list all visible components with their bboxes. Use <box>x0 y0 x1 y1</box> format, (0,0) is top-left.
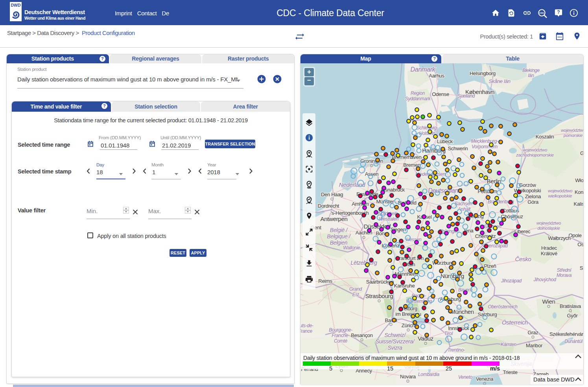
svg-text:Bourgogne-: Bourgogne- <box>329 327 352 333</box>
svg-text:?: ? <box>557 9 560 15</box>
svg-text:Gorzów: Gorzów <box>519 182 536 188</box>
svg-text:Comté: Comté <box>334 338 347 344</box>
svg-text:Schwerin: Schwerin <box>448 146 468 151</box>
svg-text:Grand: Grand <box>349 286 362 292</box>
svg-text:Králové: Králové <box>541 251 557 256</box>
svg-text:Székesfehérvár: Székesfehérvár <box>549 331 583 337</box>
svg-text:France: France <box>300 328 312 334</box>
svg-text:Schweiz/: Schweiz/ <box>384 332 406 338</box>
svg-text:Dunántúl: Dunántúl <box>564 339 582 344</box>
svg-text:Belgique /: Belgique / <box>327 233 351 240</box>
svg-text:pomorskie: pomorskie <box>563 133 582 138</box>
svg-text:Helsingborg: Helsingborg <box>470 70 496 76</box>
svg-text:Jihozápad: Jihozápad <box>501 278 522 284</box>
svg-text:Zielona: Zielona <box>525 194 542 199</box>
svg-text:wielkopolskie: wielkopolskie <box>548 194 572 198</box>
svg-text:Österreich: Österreich <box>502 319 528 326</box>
svg-text:Wien: Wien <box>542 298 555 305</box>
svg-text:Odense: Odense <box>432 91 449 97</box>
svg-text:Plzeň: Plzeň <box>484 263 496 269</box>
svg-text:Graz: Graz <box>528 330 538 335</box>
svg-text:Novara: Novara <box>400 374 416 380</box>
svg-text:Hessen: Hessen <box>406 237 422 242</box>
svg-text:Lombardia: Lombardia <box>418 372 440 377</box>
svg-text:Reims: Reims <box>318 278 332 284</box>
svg-text:Den Haag: Den Haag <box>321 192 343 197</box>
svg-text:dolnośląskie: dolnośląskie <box>538 226 560 230</box>
svg-text:S: S <box>580 265 583 271</box>
svg-text:Trieste: Trieste <box>503 369 517 375</box>
svg-text:Góra: Góra <box>527 199 539 205</box>
svg-text:Danmark: Danmark <box>411 66 436 73</box>
svg-text:Holstein: Holstein <box>419 131 436 136</box>
svg-text:Bratislava: Bratislava <box>560 303 581 309</box>
svg-text:Franche-: Franche- <box>332 333 350 338</box>
svg-text:Maribor: Maribor <box>526 343 543 348</box>
svg-text:München: München <box>450 308 474 315</box>
svg-text:G: G <box>580 150 583 156</box>
svg-text:województwo: województwo <box>523 147 547 152</box>
svg-text:województwo: województwo <box>561 128 583 133</box>
svg-text:Sjælland: Sjælland <box>457 93 475 99</box>
svg-text:Groningen: Groningen <box>360 158 383 164</box>
svg-text:auts-de-: auts-de- <box>300 323 313 328</box>
svg-text:Antwerpen: Antwerpen <box>320 216 347 222</box>
svg-text:Strasbourg: Strasbourg <box>365 293 393 299</box>
svg-text:Aarhus: Aarhus <box>429 73 444 79</box>
svg-text:Mecklenburg-: Mecklenburg- <box>471 138 498 144</box>
svg-text:Vorpommern: Vorpommern <box>472 144 498 149</box>
svg-text:Nederland: Nederland <box>339 181 365 188</box>
svg-text:Sachsen-: Sachsen- <box>455 201 474 206</box>
svg-text:Blekinge: Blekinge <box>522 68 540 73</box>
svg-text:België /: België / <box>330 227 348 233</box>
svg-text:Svizra: Svizra <box>387 345 402 351</box>
svg-text:Assen: Assen <box>365 171 379 177</box>
svg-text:Berlin: Berlin <box>487 178 501 184</box>
svg-text:CDC: CDC <box>539 12 544 14</box>
svg-text:Kärnten: Kärnten <box>501 342 517 347</box>
svg-text:Suisse/Svizzera/: Suisse/Svizzera/ <box>376 338 415 345</box>
svg-text:Hradec: Hradec <box>541 245 557 251</box>
svg-text:Region: Region <box>411 90 425 96</box>
svg-text:län: län <box>528 73 534 78</box>
svg-text:Wałbrzych: Wałbrzych <box>548 235 571 241</box>
svg-text:Ostr: Ostr <box>577 241 583 247</box>
svg-text:Włoc: Włoc <box>575 177 583 183</box>
svg-text:Arnhem: Arnhem <box>352 201 369 207</box>
svg-text:Venezia: Venezia <box>476 376 494 382</box>
svg-text:Est: Est <box>352 292 359 297</box>
svg-text:Koszalin: Koszalin <box>536 134 554 140</box>
svg-text:Kalisz: Kalisz <box>574 201 583 207</box>
svg-text:województwo: województwo <box>536 221 561 225</box>
svg-text:zachodniopomorskie: zachodniopomorskie <box>516 153 554 157</box>
svg-text:Trentino-: Trentino- <box>448 347 465 353</box>
svg-text:Chemnitz: Chemnitz <box>475 233 496 239</box>
svg-text:Győr: Győr <box>567 313 578 319</box>
svg-text:Sachsen: Sachsen <box>484 224 501 229</box>
svg-text:województwo: województwo <box>548 188 572 193</box>
svg-text:Střední: Střední <box>557 267 572 273</box>
svg-text:Dordrecht: Dordrecht <box>318 203 339 209</box>
svg-text:Salzburg: Salzburg <box>478 311 497 317</box>
svg-text:Skåne län: Skåne län <box>488 78 510 84</box>
svg-text:Syddanmark: Syddanmark <box>405 96 431 101</box>
svg-text:Oberösterreich: Oberösterreich <box>488 304 518 310</box>
svg-text:Besançon: Besançon <box>351 332 372 338</box>
svg-text:Cottbus: Cottbus <box>502 208 520 214</box>
svg-text:Wallonie: Wallonie <box>343 245 360 251</box>
svg-text:Kon: Kon <box>575 189 583 195</box>
svg-text:Veneto: Veneto <box>458 374 472 380</box>
svg-text:Tirol: Tirol <box>444 331 453 336</box>
svg-text:Morava: Morava <box>557 273 572 278</box>
svg-text:Jihovýchod: Jihovýchod <box>533 277 556 282</box>
svg-text:Česko: Česko <box>515 256 531 262</box>
svg-text:Lübeck: Lübeck <box>437 138 453 144</box>
